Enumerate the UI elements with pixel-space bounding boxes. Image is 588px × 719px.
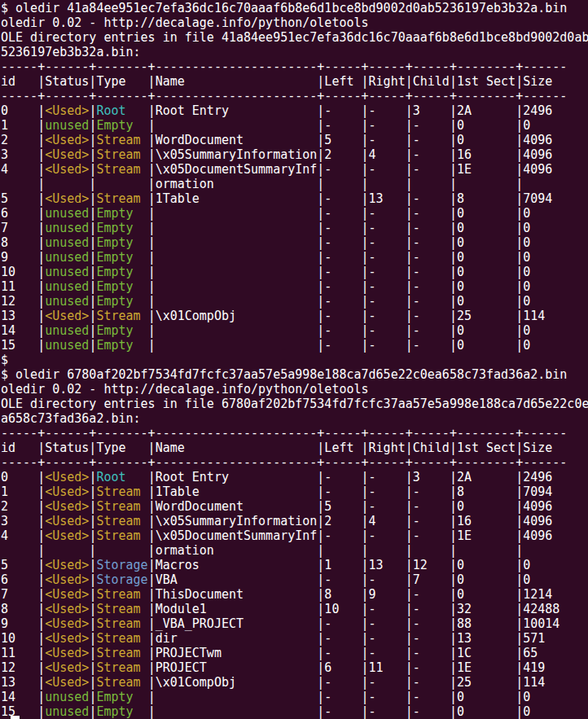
table-row: 4 |<Used>|Stream |\x05DocumentSummaryInf… <box>1 162 588 177</box>
version-line: oledir 0.02 - http://decalage.info/pytho… <box>1 382 588 397</box>
table-row-continuation: | | |ormation | | | | | <box>1 543 588 558</box>
table-row: 14 |unused|Empty | |- |- |- |0 |0 <box>1 323 588 338</box>
version-line: oledir 0.02 - http://decalage.info/pytho… <box>1 15 588 30</box>
type-cell: Stream <box>96 499 147 514</box>
table-row: 7 |unused|Empty | |- |- |- |0 |0 <box>1 221 588 235</box>
type-cell: Stream <box>96 631 147 646</box>
listing-intro-line: OLE directory entries in file 41a84ee951… <box>1 30 588 45</box>
table-row: 6 |<Used>|Storage|VBA |- |- |7 |0 |0 <box>1 572 588 587</box>
status-cell: <Used> <box>45 528 89 543</box>
type-cell: Stream <box>96 646 147 660</box>
cursor-block <box>11 716 20 719</box>
status-cell: <Used> <box>45 470 89 484</box>
table-row: 15 |unused|Empty | |- |- |- |0 |0 <box>1 338 588 353</box>
status-cell: unused <box>45 206 89 221</box>
status-cell: <Used> <box>45 558 89 572</box>
status-cell: <Used> <box>45 499 89 514</box>
table-row: 0 |<Used>|Root |Root Entry |- |- |3 |2A … <box>1 103 588 118</box>
type-cell: Empty <box>96 323 147 338</box>
status-cell: <Used> <box>45 587 89 602</box>
status-cell: <Used> <box>45 631 89 646</box>
table-row: 12 |<Used>|Stream |PROJECT |6 |11 |- |1E… <box>1 660 588 675</box>
type-cell: Empty <box>96 279 147 294</box>
table-row: 10 |<Used>|Stream |dir |- |- |- |13 |571 <box>1 631 588 646</box>
table-header: id |Status|Type |Name |Left |Right|Child… <box>1 441 588 455</box>
table-row: 10 |unused|Empty | |- |- |- |0 |0 <box>1 265 588 279</box>
table-row: 3 |<Used>|Stream |\x05SummaryInformation… <box>1 147 588 162</box>
type-cell: Stream <box>96 191 147 206</box>
type-cell: Empty <box>96 206 147 221</box>
type-cell: Empty <box>96 250 147 265</box>
table-row: 2 |<Used>|Stream |WordDocument |5 |- |- … <box>1 133 588 147</box>
type-cell: Stream <box>96 514 147 528</box>
status-cell: <Used> <box>45 602 89 616</box>
type-cell: Stream <box>96 660 147 675</box>
table-row: 6 |unused|Empty | |- |- |- |0 |0 <box>1 206 588 221</box>
table-row: 12 |unused|Empty | |- |- |- |0 |0 <box>1 294 588 309</box>
status-cell: unused <box>45 279 89 294</box>
listing-intro-line: OLE directory entries in file 6780af202b… <box>1 397 588 411</box>
status-cell: unused <box>45 250 89 265</box>
command-line: $ oledir 41a84ee951ec7efa36dc16c70aaaf6b… <box>1 1 588 15</box>
status-cell: unused <box>45 690 89 704</box>
type-cell: Empty <box>96 690 147 704</box>
type-cell: Stream <box>96 528 147 543</box>
status-cell: <Used> <box>45 191 89 206</box>
status-cell: <Used> <box>45 675 89 690</box>
table-row: 8 |unused|Empty | |- |- |- |0 |0 <box>1 235 588 250</box>
table-row: 3 |<Used>|Stream |\x05SummaryInformation… <box>1 514 588 528</box>
terminal-output: $ oledir 41a84ee951ec7efa36dc16c70aaaf6b… <box>1 1 588 719</box>
table-row: 11 |<Used>|Stream |PROJECTwm |- |- |- |1… <box>1 646 588 660</box>
table-row: 5 |<Used>|Stream |1Table |- |13 |- |8 |7… <box>1 191 588 206</box>
table-row: 8 |<Used>|Stream |Module1 |10 |- |- |32 … <box>1 602 588 616</box>
table-divider: -----+------+-------+-------------------… <box>1 455 588 470</box>
type-cell: Stream <box>96 162 147 177</box>
table-header: id |Status|Type |Name |Left |Right|Child… <box>1 74 588 89</box>
type-cell: Stream <box>96 616 147 631</box>
table-row: 0 |<Used>|Root |Root Entry |- |- |3 |2A … <box>1 470 588 484</box>
type-cell: Empty <box>96 294 147 309</box>
shell-prompt-line: $ <box>1 353 588 367</box>
status-cell: unused <box>45 221 89 235</box>
table-divider: -----+------+-------+-------------------… <box>1 59 588 74</box>
status-cell: <Used> <box>45 103 89 118</box>
table-row: 15 |unused|Empty | |- |- |- |0 |0 <box>1 704 588 719</box>
table-row: 4 |<Used>|Stream |\x05DocumentSummaryInf… <box>1 528 588 543</box>
type-cell: Stream <box>96 602 147 616</box>
table-row: 5 |<Used>|Storage|Macros |1 |13 |12 |0 |… <box>1 558 588 572</box>
table-row: 1 |<Used>|Stream |1Table |- |- |- |8 |70… <box>1 484 588 499</box>
status-cell: unused <box>45 323 89 338</box>
type-cell: Stream <box>96 587 147 602</box>
status-cell: unused <box>45 338 89 353</box>
command-line: $ oledir 6780af202bf7534fd7fcfc37aa57e5a… <box>1 367 588 382</box>
status-cell: <Used> <box>45 162 89 177</box>
table-row: 7 |<Used>|Stream |ThisDocument |8 |9 |- … <box>1 587 588 602</box>
status-cell: <Used> <box>45 309 89 323</box>
type-cell: Stream <box>96 484 147 499</box>
table-row: 13 |<Used>|Stream |\x01CompObj |- |- |- … <box>1 309 588 323</box>
status-cell: unused <box>45 294 89 309</box>
status-cell: unused <box>45 235 89 250</box>
type-cell: Empty <box>96 704 147 719</box>
status-cell: unused <box>45 265 89 279</box>
type-cell: Stream <box>96 675 147 690</box>
status-cell: <Used> <box>45 616 89 631</box>
status-cell: <Used> <box>45 572 89 587</box>
type-cell: Root <box>96 470 147 484</box>
type-cell: Storage <box>96 558 147 572</box>
type-cell: Stream <box>96 147 147 162</box>
table-divider: -----+------+-------+-------------------… <box>1 89 588 103</box>
status-cell: <Used> <box>45 133 89 147</box>
table-row: 11 |unused|Empty | |- |- |- |0 |0 <box>1 279 588 294</box>
status-cell: <Used> <box>45 484 89 499</box>
type-cell: Empty <box>96 235 147 250</box>
table-row: 2 |<Used>|Stream |WordDocument |5 |- |- … <box>1 499 588 514</box>
status-cell: <Used> <box>45 646 89 660</box>
type-cell: Storage <box>96 572 147 587</box>
table-divider: -----+------+-------+-------------------… <box>1 426 588 441</box>
type-cell: Stream <box>96 309 147 323</box>
table-row: 13 |<Used>|Stream |\x01CompObj |- |- |- … <box>1 675 588 690</box>
listing-intro-line: 5236197eb3b32a.bin: <box>1 45 588 59</box>
type-cell: Empty <box>96 221 147 235</box>
terminal-window: $ oledir 41a84ee951ec7efa36dc16c70aaaf6b… <box>0 0 588 719</box>
